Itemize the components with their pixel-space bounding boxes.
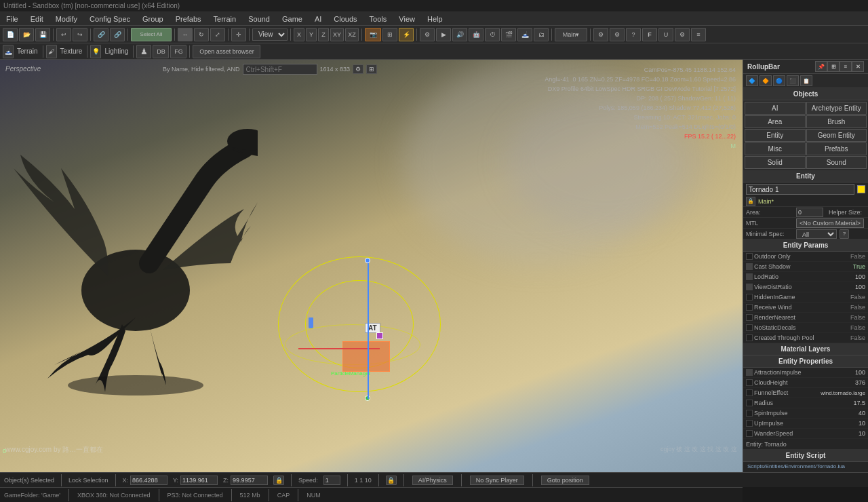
- select-btn[interactable]: Select All: [131, 28, 172, 41]
- viewport[interactable]: Perspective By Name, Hide filtered, AND …: [0, 60, 743, 472]
- menu-prefabs[interactable]: Prefabs: [173, 15, 204, 23]
- grid-btn[interactable]: ⊞: [382, 28, 397, 41]
- xy-axis[interactable]: XY: [330, 28, 344, 41]
- save-btn[interactable]: 💾: [35, 28, 50, 41]
- rollup-menu-btn[interactable]: ≡: [840, 61, 852, 72]
- handle-blue-top[interactable]: [365, 258, 370, 263]
- xz-axis[interactable]: XZ: [345, 28, 359, 41]
- play-game-btn[interactable]: ▶: [436, 28, 451, 41]
- view-dropdown[interactable]: View: [252, 28, 288, 41]
- terrain-btn[interactable]: 🗻: [517, 28, 532, 41]
- obj-geom-entity[interactable]: Geom Entity: [806, 129, 867, 142]
- menu-edit[interactable]: Edit: [28, 15, 46, 23]
- x-axis[interactable]: X: [294, 28, 304, 41]
- ai-physics-btn[interactable]: AI/Physics: [412, 476, 453, 485]
- mtl-button[interactable]: <No Custom Material>: [796, 218, 864, 228]
- x-input[interactable]: [130, 476, 167, 485]
- goto-btn[interactable]: Goto position: [541, 476, 589, 485]
- obj-archetype-entity[interactable]: Archetype Entity: [806, 102, 867, 115]
- camera-btn[interactable]: 📷: [365, 28, 381, 41]
- no-sync-btn[interactable]: No Sync Player: [470, 476, 524, 485]
- cursor-btn[interactable]: ✛: [231, 28, 246, 41]
- menu-help[interactable]: Help: [425, 15, 446, 23]
- z-axis[interactable]: Z: [318, 28, 329, 41]
- panel-tb-4[interactable]: ⬛: [787, 75, 799, 86]
- entity-color-dot[interactable]: [857, 185, 865, 193]
- menu-group[interactable]: Group: [140, 15, 166, 23]
- minimal-spec-btn[interactable]: ?: [840, 229, 849, 239]
- check-cloud-height[interactable]: [746, 379, 753, 386]
- obj-sound[interactable]: Sound: [806, 156, 867, 169]
- area-input[interactable]: [796, 208, 823, 217]
- y-input[interactable]: [180, 476, 218, 485]
- y-axis[interactable]: Y: [306, 28, 317, 41]
- menu-sound[interactable]: Sound: [245, 15, 273, 23]
- check-spin[interactable]: [746, 410, 753, 417]
- physics-btn[interactable]: ⚙: [420, 28, 435, 41]
- menu-file[interactable]: File: [3, 15, 21, 23]
- main-dropdown[interactable]: Main▾: [555, 28, 587, 41]
- check-up[interactable]: [746, 420, 753, 427]
- check-created-pool[interactable]: [746, 334, 753, 341]
- undo-btn[interactable]: ↩: [56, 28, 71, 41]
- rotate-btn[interactable]: ↻: [194, 28, 209, 41]
- obj-solid[interactable]: Solid: [745, 156, 806, 169]
- menu-ai[interactable]: AI: [312, 15, 324, 23]
- res-settings-btn[interactable]: ⚙: [353, 64, 363, 74]
- u-btn[interactable]: U: [658, 28, 673, 41]
- db-btn[interactable]: DB: [153, 45, 169, 58]
- menu-view[interactable]: View: [396, 15, 418, 23]
- lock2-icon[interactable]: 🔒: [386, 476, 397, 485]
- obj-entity[interactable]: Entity: [745, 129, 806, 142]
- figure-btn[interactable]: ♟: [136, 45, 151, 58]
- obj-area[interactable]: Area: [745, 115, 806, 128]
- f-btn[interactable]: F: [642, 28, 657, 41]
- terrain-mode-btn[interactable]: 🗻: [3, 45, 14, 58]
- settings2-btn[interactable]: ⚙: [610, 28, 625, 41]
- handle-purple[interactable]: [376, 332, 383, 339]
- entity-name-input[interactable]: [746, 184, 854, 195]
- check-no-static[interactable]: [746, 324, 753, 331]
- menu-tools[interactable]: Tools: [367, 15, 390, 23]
- open-btn[interactable]: 📂: [19, 28, 34, 41]
- rollup-pin-btn[interactable]: 📌: [815, 61, 827, 72]
- menu-modify[interactable]: Modify: [53, 15, 80, 23]
- panel-tb-1[interactable]: 🔷: [746, 75, 758, 86]
- panel-tb-3[interactable]: 🔵: [773, 75, 785, 86]
- scale-btn[interactable]: ⤢: [210, 28, 225, 41]
- check-receive-wind[interactable]: [746, 304, 753, 311]
- obj-ai[interactable]: AI: [745, 102, 806, 115]
- panel-tb-2[interactable]: 🔶: [760, 75, 772, 86]
- lock-icon[interactable]: 🔒: [273, 476, 284, 485]
- check-viewdist[interactable]: [746, 284, 753, 290]
- z-input[interactable]: [231, 476, 268, 485]
- rollup-expand-btn[interactable]: ⊞: [827, 61, 840, 72]
- unlink-btn[interactable]: 🔗: [110, 28, 125, 41]
- new-btn[interactable]: 📄: [3, 28, 18, 41]
- redo-btn[interactable]: ↪: [73, 28, 87, 41]
- check-cast-shadow[interactable]: [746, 263, 753, 270]
- layer-icon[interactable]: 🔒: [746, 197, 755, 206]
- check-outdoor[interactable]: [746, 253, 753, 260]
- obj-prefabs[interactable]: Prefabs: [806, 142, 867, 155]
- ai-btn[interactable]: 🤖: [469, 28, 484, 41]
- panel-tb-5[interactable]: 📋: [800, 75, 812, 86]
- obj-misc[interactable]: Misc: [745, 142, 806, 155]
- minimal-spec-select[interactable]: All: [796, 229, 837, 239]
- search-input[interactable]: [243, 64, 317, 75]
- check-funnel[interactable]: [746, 389, 753, 396]
- rollup-close-btn[interactable]: ✕: [852, 61, 864, 72]
- texture-icon[interactable]: 🖌: [46, 45, 57, 58]
- extra-btn[interactable]: ≡: [691, 28, 706, 41]
- menu-terrain[interactable]: Terrain: [211, 15, 239, 23]
- open-asset-btn[interactable]: Open asset browser: [193, 45, 260, 58]
- fg-btn[interactable]: FG: [170, 45, 186, 58]
- menu-clouds[interactable]: Clouds: [331, 15, 359, 23]
- layer-btn2[interactable]: 🗂: [534, 28, 549, 41]
- menu-game[interactable]: Game: [279, 15, 305, 23]
- menu-config-spec[interactable]: Config Spec: [87, 15, 133, 23]
- check-wander[interactable]: [746, 430, 753, 437]
- check-attraction[interactable]: [746, 369, 753, 376]
- speed-input[interactable]: [323, 476, 340, 485]
- settings-btn[interactable]: ⚙: [593, 28, 608, 41]
